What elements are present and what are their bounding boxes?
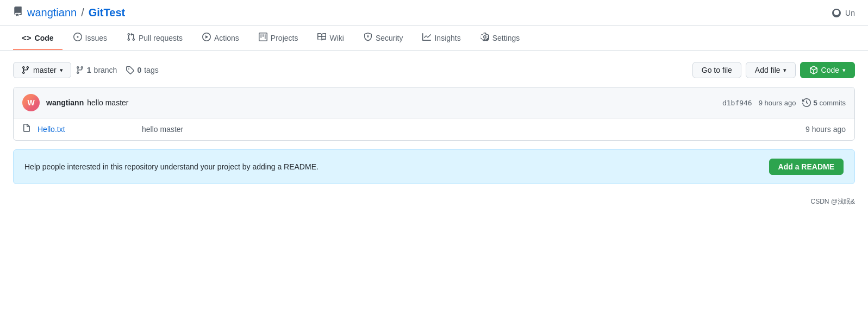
readme-banner-text: Help people interested in this repositor… — [24, 162, 319, 171]
avatar-text: W — [27, 98, 34, 107]
commit-hash[interactable]: d1bf946 — [722, 99, 752, 107]
branch-name: master — [33, 66, 57, 74]
tab-pull-requests[interactable]: Pull requests — [118, 26, 191, 51]
actions-group: Go to file Add file ▾ Code ▾ — [692, 62, 855, 78]
commit-message: hello master — [87, 98, 128, 107]
tab-actions-label: Actions — [214, 34, 239, 42]
code-button[interactable]: Code ▾ — [800, 62, 855, 78]
tab-insights-label: Insights — [434, 34, 460, 42]
top-bar: wangtiann / GitTest Un — [0, 0, 868, 26]
tab-security[interactable]: Security — [355, 26, 412, 51]
tab-code-label: Code — [35, 34, 54, 42]
tab-actions[interactable]: Actions — [193, 26, 248, 51]
wiki-icon — [317, 33, 326, 43]
main-content: master ▾ 1 branch 0 tags Go to file Add … — [0, 51, 868, 195]
commits-link[interactable]: 5 commits — [802, 98, 846, 107]
repo-owner[interactable]: wangtiann — [27, 7, 77, 19]
stats-group: 1 branch 0 tags — [76, 66, 159, 74]
tab-projects-label: Projects — [271, 34, 298, 42]
top-right-area: Un — [832, 9, 855, 17]
add-readme-button[interactable]: Add a README — [769, 159, 844, 175]
code-btn-label: Code — [821, 66, 839, 74]
commit-meta: d1bf946 9 hours ago 5 commits — [722, 98, 846, 107]
commits-label: commits — [820, 99, 846, 107]
tab-issues-label: Issues — [85, 34, 107, 42]
security-icon — [364, 33, 372, 43]
add-file-dropdown-arrow: ▾ — [783, 67, 786, 74]
tag-count: 0 — [137, 66, 141, 74]
tab-issues[interactable]: Issues — [65, 26, 116, 51]
actions-icon — [202, 33, 211, 43]
tab-wiki-label: Wiki — [329, 34, 344, 42]
branch-dropdown-arrow: ▾ — [60, 67, 63, 74]
tab-settings-label: Settings — [492, 34, 520, 42]
tab-insights[interactable]: Insights — [414, 26, 469, 51]
file-table: W wangtiann hello master d1bf946 9 hours… — [13, 87, 855, 141]
add-file-label: Add file — [755, 66, 780, 74]
repo-name[interactable]: GitTest — [89, 7, 125, 19]
toolbar: master ▾ 1 branch 0 tags Go to file Add … — [13, 62, 855, 78]
commit-time: 9 hours ago — [759, 99, 796, 107]
repo-separator: / — [81, 7, 84, 19]
commit-author[interactable]: wangtiann — [46, 98, 84, 107]
tag-text: tags — [144, 66, 158, 74]
file-icon — [22, 124, 31, 135]
watermark: CSDN @浅眠& — [0, 195, 868, 209]
code-icon: <> — [22, 33, 32, 42]
tab-wiki[interactable]: Wiki — [309, 26, 352, 51]
code-dropdown-arrow: ▾ — [842, 67, 846, 74]
watermark-text: CSDN @浅眠& — [810, 198, 855, 205]
tab-security-label: Security — [376, 34, 403, 42]
avatar[interactable]: W — [22, 94, 40, 111]
latest-commit-row: W wangtiann hello master d1bf946 9 hours… — [14, 87, 854, 118]
file-name[interactable]: Hello.txt — [38, 125, 135, 134]
settings-icon — [480, 33, 489, 43]
branch-selector[interactable]: master ▾ — [13, 62, 71, 78]
go-to-file-button[interactable]: Go to file — [692, 62, 741, 78]
tab-pr-label: Pull requests — [139, 34, 183, 42]
commit-info: wangtiann hello master — [46, 98, 716, 107]
branch-text: branch — [94, 66, 117, 74]
insights-icon — [422, 33, 431, 43]
issues-icon — [73, 33, 82, 43]
add-file-button[interactable]: Add file ▾ — [746, 62, 796, 78]
branch-count: 1 — [87, 66, 91, 74]
tab-projects[interactable]: Projects — [250, 26, 307, 51]
pr-icon — [127, 33, 135, 43]
projects-icon — [259, 33, 267, 43]
readme-banner: Help people interested in this repositor… — [13, 149, 855, 184]
repo-title: wangtiann / GitTest — [13, 7, 125, 19]
go-to-file-label: Go to file — [702, 66, 732, 74]
commits-count: 5 — [813, 99, 817, 107]
table-row: Hello.txt hello master 9 hours ago — [14, 118, 854, 140]
file-commit-msg: hello master — [142, 125, 799, 134]
tag-count-item[interactable]: 0 tags — [126, 66, 158, 74]
file-time: 9 hours ago — [805, 125, 846, 134]
top-right-label: Un — [845, 9, 855, 17]
tab-settings[interactable]: Settings — [472, 26, 529, 51]
repo-icon — [13, 7, 23, 19]
tab-code[interactable]: <> Code — [13, 27, 63, 50]
nav-tabs: <> Code Issues Pull requests Actions Pro… — [0, 26, 868, 51]
branch-count-item[interactable]: 1 branch — [76, 66, 117, 74]
